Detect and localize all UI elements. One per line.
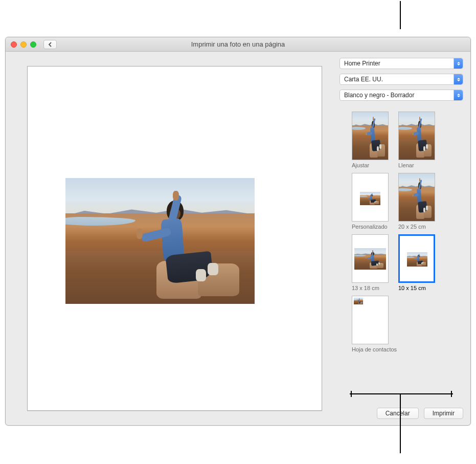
format-thumbnail — [352, 112, 389, 160]
photo-preview — [65, 178, 255, 304]
format-label: 10 x 15 cm — [398, 285, 437, 292]
chevron-left-icon — [48, 42, 52, 47]
minimize-icon[interactable] — [20, 41, 27, 48]
callout-leader-top — [400, 1, 401, 29]
updown-icon — [454, 90, 463, 100]
photo-thumbnail — [352, 112, 388, 160]
titlebar: Imprimir una foto en una página — [6, 37, 470, 52]
format-thumbnail — [352, 234, 389, 283]
print-button[interactable]: Imprimir — [424, 408, 463, 419]
window-title: Imprimir una foto en una página — [6, 40, 470, 48]
format-label: Hoja de contactos — [352, 346, 437, 353]
format-grid: AjustarLlenarPersonalizado20 x 25 cm13 x… — [339, 112, 463, 353]
print-dialog-window: Imprimir una foto en una página — [5, 37, 471, 426]
format-option[interactable]: Ajustar — [352, 112, 391, 169]
window-controls — [11, 41, 36, 48]
format-option[interactable]: 13 x 18 cm — [352, 234, 391, 292]
format-option[interactable]: Llenar — [398, 112, 437, 169]
back-button[interactable] — [43, 40, 57, 49]
format-option[interactable]: 10 x 15 cm — [398, 234, 437, 292]
printer-select-value: Home Printer — [344, 60, 380, 67]
format-label: Llenar — [398, 162, 437, 169]
format-option[interactable]: 20 x 25 cm — [398, 173, 437, 230]
photo-thumbnail — [354, 248, 386, 270]
printer-select[interactable]: Home Printer — [339, 58, 463, 69]
photo-thumbnail — [399, 112, 435, 160]
format-label: 20 x 25 cm — [398, 224, 437, 230]
photo-thumbnail — [407, 252, 427, 267]
format-thumbnail — [398, 173, 435, 222]
close-icon[interactable] — [11, 41, 17, 48]
format-thumbnail — [352, 173, 389, 222]
format-label: Personalizado — [352, 224, 391, 230]
photo-thumbnail — [360, 192, 380, 205]
updown-icon — [454, 58, 463, 69]
page-preview — [27, 66, 322, 411]
quality-select[interactable]: Blanco y negro - Borrador — [339, 90, 463, 101]
cancel-button[interactable]: Cancelar — [377, 408, 419, 419]
format-thumbnail — [352, 296, 389, 344]
paper-size-value: Carta EE. UU. — [344, 76, 383, 83]
format-thumbnail — [398, 234, 435, 283]
quality-value: Blanco y negro - Borrador — [344, 92, 414, 99]
print-preview-pane — [6, 52, 337, 425]
callout-leader-bracket — [350, 393, 453, 394]
format-thumbnail — [398, 112, 435, 160]
format-option[interactable]: Hoja de contactos — [352, 296, 437, 353]
updown-icon — [454, 74, 463, 84]
photo-thumbnail — [354, 298, 363, 304]
format-label: 13 x 18 cm — [352, 285, 391, 292]
print-settings-sidebar: Home Printer Carta EE. UU. Blanco y negr… — [337, 52, 470, 425]
photo-thumbnail — [399, 173, 435, 221]
format-option[interactable]: Personalizado — [352, 173, 391, 230]
callout-leader-bottom — [400, 394, 401, 453]
paper-size-select[interactable]: Carta EE. UU. — [339, 74, 463, 85]
zoom-icon[interactable] — [30, 41, 36, 48]
format-label: Ajustar — [352, 162, 391, 169]
